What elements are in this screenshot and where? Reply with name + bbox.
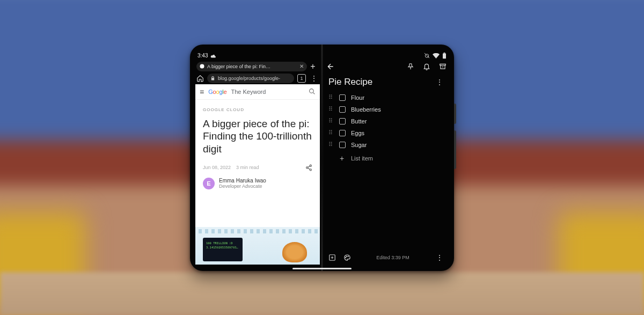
home-icon[interactable]: [196, 75, 204, 82]
svg-rect-7: [444, 53, 445, 54]
note-menu-icon[interactable]: ⋮: [435, 254, 444, 261]
article-readtime: 3 min read: [236, 165, 259, 170]
status-bar: 3:43: [195, 50, 320, 61]
svg-point-2: [310, 165, 311, 166]
note-title-row: Pie Recipe ⋮: [324, 72, 449, 91]
tab-title: A bigger piece of the pi: Fin…: [207, 64, 270, 69]
wifi-icon: [433, 53, 440, 58]
drag-handle-icon[interactable]: ⠿: [328, 108, 334, 111]
browser-menu-icon[interactable]: ⋮: [309, 75, 319, 82]
archive-icon[interactable]: [439, 63, 447, 70]
checkbox[interactable]: [339, 142, 346, 148]
list-item[interactable]: ⠿ Flour: [327, 92, 449, 104]
note-toolbar: [324, 61, 449, 72]
author-name: Emma Haruka Iwao: [219, 178, 266, 184]
avatar: E: [203, 178, 215, 189]
tab-count-button[interactable]: 1: [297, 74, 306, 83]
add-list-item[interactable]: + List item: [327, 151, 449, 166]
list-item-label[interactable]: Eggs: [351, 130, 364, 136]
article-category[interactable]: GOOGLE CLOUD: [203, 107, 312, 112]
checkbox[interactable]: [339, 118, 346, 124]
volume-button[interactable]: [454, 130, 456, 169]
svg-rect-6: [443, 53, 446, 58]
new-tab-button[interactable]: +: [307, 62, 319, 71]
web-page: ≡ Google The Keyword GOOGLE CLOUD A bigg…: [195, 84, 320, 265]
status-bar: [324, 50, 449, 61]
battery-icon: [442, 53, 447, 59]
url-text: blog.google/products/google-: [218, 76, 280, 81]
close-tab-icon[interactable]: ✕: [299, 63, 304, 69]
power-button[interactable]: [454, 104, 456, 124]
list-item[interactable]: ⠿ Blueberries: [327, 104, 449, 115]
checkbox[interactable]: [339, 130, 346, 136]
drag-handle-icon[interactable]: ⠿: [328, 143, 334, 146]
checklist: ⠿ Flour ⠿ Blueberries ⠿ Butter ⠿ Eggs ⠿: [324, 91, 449, 166]
hero-terminal: 100 TRILLION :D 3.141592653589793…: [203, 238, 243, 261]
hamburger-icon[interactable]: ≡: [200, 87, 204, 96]
svg-point-0: [200, 64, 204, 69]
pin-icon[interactable]: [407, 63, 414, 70]
list-item-label[interactable]: Butter: [351, 118, 367, 124]
note-footer: Edited 3:39 PM ⋮: [324, 251, 449, 265]
browser-url-row: blog.google/products/google- 1 ⋮: [195, 72, 320, 84]
svg-point-3: [306, 167, 308, 169]
article-headline: A bigger piece of the pi: Finding the 10…: [203, 118, 312, 156]
list-item-label[interactable]: Sugar: [351, 142, 367, 148]
checkbox[interactable]: [339, 106, 346, 113]
list-item[interactable]: ⠿ Sugar: [327, 139, 449, 151]
list-item-label[interactable]: Flour: [351, 94, 364, 101]
list-item-label[interactable]: Blueberries: [351, 106, 381, 113]
left-screen-browser: 3:43 A bigger piece of the pi: Fin… ✕ +: [195, 50, 321, 265]
drag-handle-icon[interactable]: ⠿: [328, 120, 334, 122]
author-role: Developer Advocate: [219, 184, 266, 189]
edited-label: Edited 3:39 PM: [358, 255, 427, 260]
article-body: GOOGLE CLOUD A bigger piece of the pi: F…: [195, 100, 320, 160]
browser-tab-row: A bigger piece of the pi: Fin… ✕ +: [195, 61, 320, 72]
right-screen-notes: Pie Recipe ⋮ ⠿ Flour ⠿ Blueberries ⠿ But…: [323, 50, 449, 265]
add-item-label: List item: [351, 155, 373, 162]
alarm-off-icon: [424, 53, 430, 58]
svg-point-1: [310, 89, 314, 93]
foldable-device: 3:43 A bigger piece of the pi: Fin… ✕ +: [190, 45, 454, 271]
back-icon[interactable]: [326, 62, 335, 71]
status-time: 3:43: [197, 53, 208, 58]
share-icon[interactable]: [305, 164, 312, 171]
lock-icon: [210, 76, 215, 81]
list-item[interactable]: ⠿ Butter: [327, 115, 449, 127]
note-title-menu-icon[interactable]: ⋮: [435, 78, 444, 86]
article-date: Jun 08, 2022: [203, 165, 231, 170]
drag-handle-icon[interactable]: ⠿: [328, 131, 334, 134]
favicon-icon: [200, 64, 204, 69]
gesture-nav-bar[interactable]: [292, 268, 352, 269]
blog-header: ≡ Google The Keyword: [195, 84, 320, 100]
checkbox[interactable]: [339, 94, 346, 101]
list-item[interactable]: ⠿ Eggs: [327, 127, 449, 139]
add-box-icon[interactable]: [328, 254, 336, 261]
search-icon[interactable]: [309, 88, 316, 95]
palette-icon[interactable]: [343, 254, 351, 261]
svg-point-10: [346, 257, 346, 258]
author-row: E Emma Haruka Iwao Developer Advocate: [195, 175, 320, 195]
plus-icon: +: [338, 154, 346, 163]
svg-rect-8: [440, 64, 446, 65]
browser-tab[interactable]: A bigger piece of the pi: Fin… ✕: [196, 62, 307, 71]
svg-point-12: [348, 256, 348, 257]
drag-handle-icon[interactable]: ⠿: [328, 96, 334, 99]
svg-point-11: [346, 256, 347, 257]
google-logo[interactable]: Google: [208, 89, 226, 95]
reminder-icon[interactable]: [423, 63, 430, 70]
blog-site-name[interactable]: The Keyword: [231, 89, 266, 95]
hero-pie: [282, 242, 307, 262]
note-title[interactable]: Pie Recipe: [328, 77, 372, 87]
cloud-icon: [210, 53, 216, 58]
article-hero-image: 100 TRILLION :D 3.141592653589793…: [195, 227, 320, 265]
article-meta: Jun 08, 2022 3 min read: [195, 160, 320, 175]
background-table: [0, 272, 644, 315]
url-bar[interactable]: blog.google/products/google-: [207, 74, 294, 83]
svg-point-4: [310, 169, 311, 170]
